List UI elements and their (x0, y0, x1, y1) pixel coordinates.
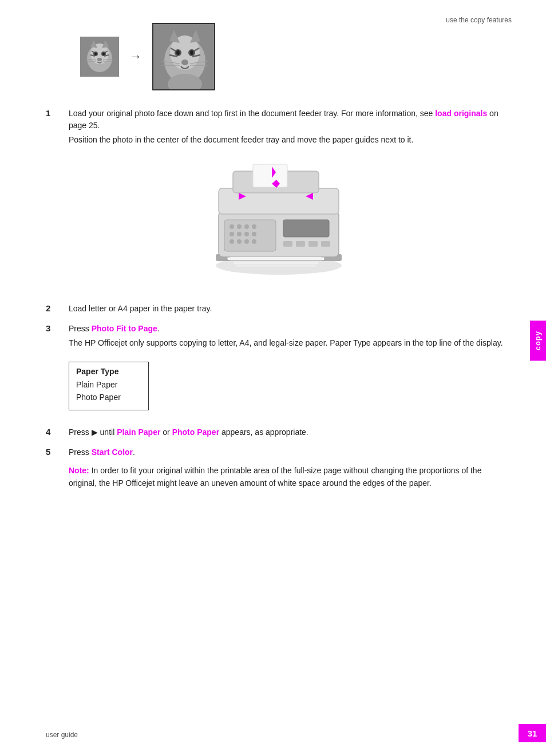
step-1-text: Load your original photo face down and t… (69, 108, 512, 132)
tiger-large-svg (153, 24, 215, 90)
photo-large (152, 23, 215, 90)
svg-rect-69 (233, 262, 319, 264)
svg-point-53 (244, 239, 249, 244)
svg-rect-59 (321, 241, 330, 247)
page: use the copy features copy (0, 0, 546, 756)
svg-point-13 (97, 58, 102, 61)
svg-point-46 (252, 224, 256, 229)
step-4-text: Press ▶ until Plain Paper or Photo Paper… (69, 426, 512, 438)
svg-rect-56 (283, 241, 292, 247)
paper-type-item1: Plain Paper (76, 378, 136, 391)
svg-point-44 (237, 224, 242, 229)
step-4: 4 Press ▶ until Plain Paper or Photo Pap… (46, 426, 512, 441)
svg-rect-58 (308, 241, 318, 247)
svg-point-11 (94, 53, 97, 56)
photo-comparison: → (80, 23, 512, 90)
step-2-content: Load letter or A4 paper in the paper tra… (69, 303, 512, 317)
svg-point-50 (252, 232, 256, 236)
header-text: use the copy features (446, 16, 512, 24)
step-5-number: 5 (46, 446, 69, 457)
svg-point-49 (244, 232, 249, 236)
step-3-number: 3 (46, 323, 69, 333)
step-1-number: 1 (46, 108, 69, 118)
arrow-right-icon: → (129, 49, 142, 64)
svg-point-51 (230, 239, 234, 244)
svg-point-43 (230, 224, 234, 229)
svg-point-29 (176, 50, 180, 55)
plain-paper-link[interactable]: Plain Paper (117, 428, 160, 437)
step-1: 1 Load your original photo face down and… (46, 108, 512, 148)
printer-svg (187, 160, 370, 286)
step-2: 2 Load letter or A4 paper in the paper t… (46, 303, 512, 317)
note-text: In order to fit your original within the… (69, 466, 481, 488)
step-4-content: Press ▶ until Plain Paper or Photo Paper… (69, 426, 512, 441)
note-block: Note: In order to fit your original with… (69, 464, 512, 490)
photo-paper-link[interactable]: Photo Paper (172, 428, 219, 437)
svg-rect-68 (230, 257, 322, 260)
svg-point-48 (237, 232, 242, 236)
photo-small (80, 37, 119, 77)
step-2-number: 2 (46, 303, 69, 313)
photo-fit-link[interactable]: Photo Fit to Page (92, 324, 157, 333)
svg-point-54 (252, 239, 256, 244)
step-3-content: Press Photo Fit to Page. The HP Officeje… (69, 323, 512, 421)
svg-point-31 (181, 60, 188, 65)
step-5-text: Press Start Color. (69, 446, 512, 458)
svg-rect-57 (296, 241, 305, 247)
step-4-number: 4 (46, 426, 69, 437)
svg-point-12 (102, 53, 105, 56)
tiger-small-svg (80, 37, 119, 77)
footer-text: user guide (46, 731, 78, 739)
step-5: 5 Press Start Color. Note: In order to f… (46, 446, 512, 490)
paper-type-item2: Photo Paper (76, 391, 136, 403)
step-1-text2: Position the photo in the center of the … (69, 134, 512, 146)
step-3: 3 Press Photo Fit to Page. The HP Office… (46, 323, 512, 421)
svg-point-45 (244, 224, 249, 229)
svg-point-52 (237, 239, 242, 244)
step-1-content: Load your original photo face down and t… (69, 108, 512, 148)
svg-rect-62 (253, 164, 287, 187)
note-label: Note: (69, 466, 89, 475)
printer-illustration (46, 160, 512, 286)
side-tab: copy (530, 320, 546, 361)
step-3-sub: The HP Officejet only supports copying t… (69, 337, 512, 349)
svg-point-47 (230, 232, 234, 236)
page-number: 31 (519, 724, 546, 742)
printer-image (187, 160, 370, 286)
svg-rect-70 (236, 264, 316, 267)
svg-point-30 (190, 50, 193, 55)
paper-type-box: Paper Type Plain Paper Photo Paper (69, 362, 149, 410)
step-2-text: Load letter or A4 paper in the paper tra… (69, 303, 512, 315)
start-color-link[interactable]: Start Color (92, 448, 133, 457)
svg-rect-55 (283, 220, 329, 237)
paper-type-header: Paper Type (76, 367, 136, 376)
load-originals-link[interactable]: load originals (435, 109, 487, 118)
step-3-text: Press Photo Fit to Page. (69, 323, 512, 335)
step-5-content: Press Start Color. Note: In order to fit… (69, 446, 512, 490)
